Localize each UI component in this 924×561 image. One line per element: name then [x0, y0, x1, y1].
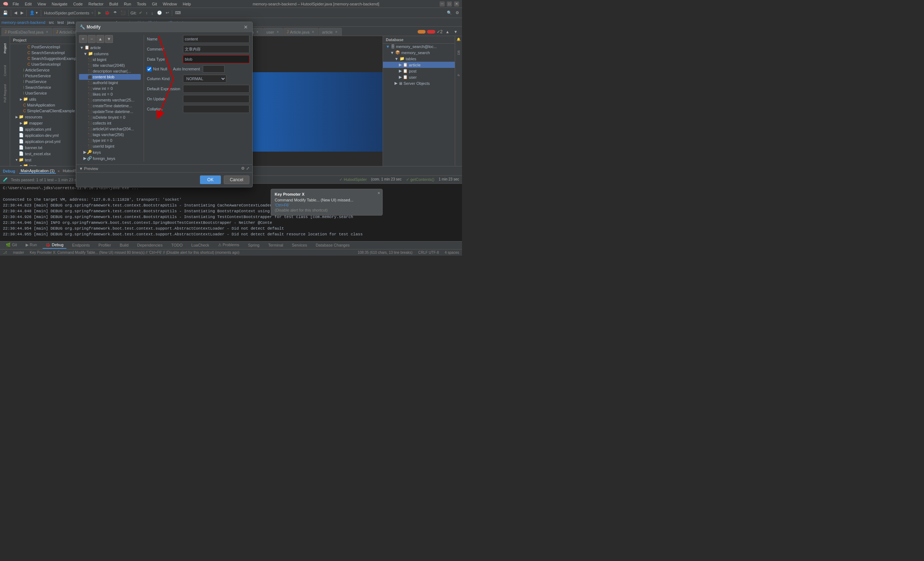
form-input-datatype[interactable]: [183, 55, 249, 63]
vtab-database[interactable]: DB: [454, 42, 462, 63]
menu-view[interactable]: View: [36, 2, 48, 6]
tree-col-authorid[interactable]: ⬛ authorId bigint: [79, 80, 141, 86]
stop-button[interactable]: ⬛: [119, 9, 127, 17]
git-push[interactable]: ↓: [150, 9, 155, 17]
breadcrumb-java[interactable]: java: [67, 20, 74, 24]
menu-file[interactable]: File: [11, 2, 21, 6]
form-checkbox-notnull[interactable]: Not Null: [147, 67, 167, 72]
menu-run[interactable]: Run: [122, 2, 132, 6]
bottom-tab-problems[interactable]: ⚠ Problems: [215, 242, 243, 249]
tree-col-description[interactable]: ⬛ description varchar(...: [79, 68, 141, 74]
run-button[interactable]: ▶: [97, 9, 102, 17]
bottom-tab-profiler[interactable]: Profiler: [96, 242, 114, 249]
tree-keys-folder[interactable]: ▶ 🔑 keys: [79, 149, 141, 155]
git-check[interactable]: ✔: [138, 9, 144, 17]
breadcrumb-src[interactable]: src: [49, 20, 54, 24]
file-tab-close-user[interactable]: ×: [275, 30, 280, 34]
dialog-ok-button[interactable]: OK: [200, 176, 220, 184]
git-history[interactable]: 🕐: [156, 9, 164, 17]
form-checkbox-autoincrement[interactable]: Auto Increment: [173, 65, 225, 72]
tree-col-articleurl[interactable]: ⬛ articleUrl varchar(204...: [79, 126, 141, 132]
forward-button[interactable]: ▶: [19, 9, 25, 17]
form-input-onupdate[interactable]: [183, 95, 249, 103]
preview-expand-icon[interactable]: ⤢: [246, 166, 249, 171]
tree-col-likes[interactable]: ⬛ likes int = 0: [79, 92, 141, 97]
tree-col-comments[interactable]: ⬛ comments varchar(25...: [79, 97, 141, 103]
status-branch[interactable]: master: [13, 250, 24, 255]
menu-window[interactable]: Window: [161, 2, 178, 6]
file-tab-close-postservicetest[interactable]: ×: [255, 30, 260, 34]
db-item-user[interactable]: ▶ 📋 user: [383, 74, 455, 80]
vtab-property[interactable]: P: [454, 64, 462, 86]
db-item-memory-search[interactable]: ▼ 📦 memory_search: [383, 50, 455, 56]
db-item-tables[interactable]: ▼ 📁 tables: [383, 56, 455, 62]
file-tab-close-articlejava[interactable]: ×: [311, 30, 315, 34]
menu-code[interactable]: Code: [72, 2, 84, 6]
dialog-close-button[interactable]: ✕: [243, 24, 249, 30]
tree-root-article[interactable]: ▼ 📋 article: [79, 44, 141, 51]
bottom-tab-todo[interactable]: TODO: [168, 242, 186, 249]
bottom-tab-run[interactable]: ▶ Run: [23, 242, 40, 249]
tree-add-button[interactable]: +: [79, 35, 87, 43]
tree-move-up-button[interactable]: ▲: [96, 35, 104, 43]
bottom-tab-dbchanges[interactable]: Database Changes: [313, 242, 352, 249]
form-select-columnkind[interactable]: NORMAL VIRTUAL STORED: [183, 75, 226, 82]
bottom-tab-luacheck[interactable]: LuaCheck: [188, 242, 212, 249]
checkbox-notnull-input[interactable]: [147, 67, 152, 72]
vtab-pullrequest[interactable]: Pull Request: [1, 82, 9, 104]
autoincrement-input[interactable]: [203, 65, 225, 72]
tree-col-updatetime[interactable]: ⬛ updateTime datetime...: [79, 109, 141, 114]
tree-col-type[interactable]: ⬛ type int = 0: [79, 138, 141, 143]
db-item-article[interactable]: ▶ 📋 article: [383, 62, 455, 68]
breadcrumb-memory-search-backend[interactable]: memory-search-backend: [2, 20, 45, 24]
tree-remove-button[interactable]: −: [88, 35, 96, 43]
tree-col-tags[interactable]: ⬛ tags varchar(256): [79, 132, 141, 138]
tree-foreignkeys-folder[interactable]: ▶ 🔗 foreign_keys: [79, 155, 141, 161]
db-item-post[interactable]: ▶ 📋 post: [383, 68, 455, 74]
tree-move-down-button[interactable]: ▼: [105, 35, 113, 43]
minimize-button[interactable]: ─: [440, 2, 445, 6]
breadcrumb-test[interactable]: test: [57, 20, 64, 24]
git-revert[interactable]: ↩: [164, 9, 170, 17]
file-tab-article[interactable]: article ×: [319, 28, 342, 36]
file-tab-articlejava[interactable]: J Article.java ×: [284, 28, 318, 36]
bottom-tab-dependencies[interactable]: Dependencies: [134, 242, 165, 249]
bottom-tab-debug[interactable]: 🐞 Debug: [43, 242, 66, 249]
menu-refactor[interactable]: Refactor: [87, 2, 105, 6]
vtab-notifications[interactable]: 🔔: [456, 38, 462, 41]
tree-col-collects[interactable]: ⬛ collects int: [79, 120, 141, 126]
menu-git[interactable]: Git: [150, 2, 159, 6]
coverage-button[interactable]: ☂: [112, 9, 118, 17]
bottom-tab-build[interactable]: Build: [117, 242, 131, 249]
git-update[interactable]: ↑: [144, 9, 149, 17]
tree-col-view[interactable]: ⬛ view int = 0: [79, 86, 141, 92]
tree-col-userid[interactable]: ⬛ userId bigint: [79, 143, 141, 149]
file-tab-user[interactable]: user ×: [263, 28, 283, 36]
form-input-collation[interactable]: [183, 105, 249, 113]
run-item-hutoolspider[interactable]: ✓ HutoolSpider: [339, 177, 367, 182]
run-item-getcontents[interactable]: ✓ getContents(): [406, 177, 435, 182]
close-button[interactable]: ✕: [454, 2, 459, 6]
tree-col-content[interactable]: ⬛ content blob: [79, 74, 141, 80]
form-input-name[interactable]: [183, 35, 249, 43]
menu-edit[interactable]: Edit: [24, 2, 33, 6]
db-item-server-objects[interactable]: ▶ 🖥 Server Objects: [383, 80, 455, 86]
search-everywhere-button[interactable]: 🔍: [446, 9, 453, 17]
form-input-defaultexpr[interactable]: [183, 85, 249, 93]
modify-dialog[interactable]: 🔧 Modify ✕ + − ▲ ▼ ▼ 📋 article: [76, 22, 253, 188]
project-selector[interactable]: HutoolSpider.getContents: [43, 9, 91, 17]
file-tab-close-article[interactable]: ×: [334, 30, 339, 34]
bottom-tab-spring[interactable]: Spring: [245, 242, 262, 249]
back-button[interactable]: ◀: [13, 9, 18, 17]
debug-tab-close1[interactable]: ×: [57, 169, 60, 173]
bottom-tab-endpoints[interactable]: Endpoints: [69, 242, 93, 249]
settings-button[interactable]: ⚙: [454, 9, 460, 17]
dialog-cancel-button[interactable]: Cancel: [224, 176, 249, 184]
debug-main-app-tab[interactable]: MainApplication (1): [19, 169, 56, 174]
preview-toggle[interactable]: ▼ Preview: [79, 166, 98, 171]
menu-navigate[interactable]: Navigate: [50, 2, 69, 6]
bottom-tab-terminal[interactable]: Terminal: [265, 242, 286, 249]
menu-help[interactable]: Help: [181, 2, 192, 6]
vtab-project[interactable]: Project: [1, 38, 9, 59]
maximize-button[interactable]: □: [447, 2, 452, 6]
